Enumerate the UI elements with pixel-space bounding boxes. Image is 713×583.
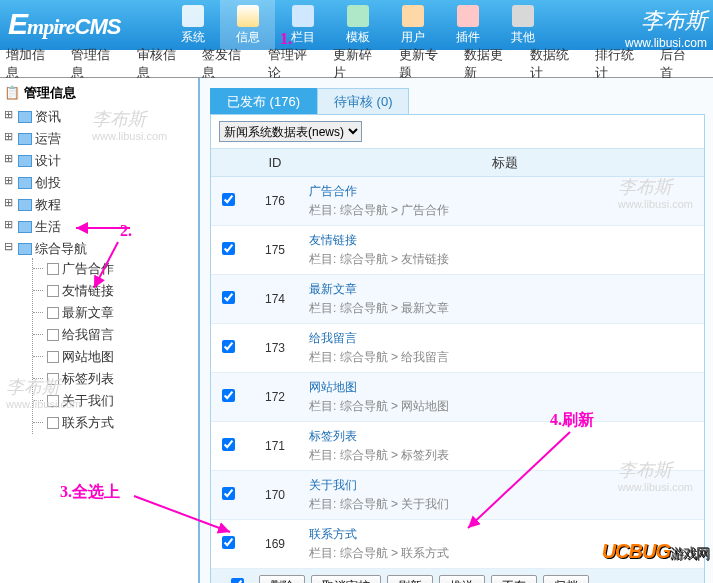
- row-title[interactable]: 给我留言: [309, 330, 704, 347]
- row-path: 栏目: 综合导航 > 网站地图: [309, 398, 704, 415]
- menubar: 增加信息 管理信息 审核信息 签发信息 管理评论 更新碎片 更新专题 数据更新 …: [0, 50, 713, 78]
- page-icon: [47, 351, 59, 363]
- page-icon: [47, 373, 59, 385]
- select-all-checkbox[interactable]: [231, 578, 244, 583]
- tree-node[interactable]: 运营: [4, 128, 194, 150]
- menu-update-topic[interactable]: 更新专题: [399, 46, 450, 82]
- tree-node[interactable]: 教程: [4, 194, 194, 216]
- table-row: 175友情链接栏目: 综合导航 > 友情链接: [211, 226, 704, 275]
- tree-node[interactable]: 创投: [4, 172, 194, 194]
- btn-push[interactable]: 推送: [439, 575, 485, 583]
- row-title[interactable]: 联系方式: [309, 526, 704, 543]
- row-title[interactable]: 广告合作: [309, 183, 704, 200]
- tree-leaf[interactable]: 关于我们: [33, 390, 194, 412]
- tree-node[interactable]: 设计: [4, 150, 194, 172]
- menu-backend-home[interactable]: 后台首: [660, 46, 699, 82]
- tree-node[interactable]: 综合导航广告合作友情链接最新文章给我留言网站地图标签列表关于我们联系方式: [4, 238, 194, 436]
- table-row: 173给我留言栏目: 综合导航 > 给我留言: [211, 324, 704, 373]
- topnav-other[interactable]: 其他: [495, 0, 550, 50]
- sidebar: 📋 管理信息 资讯运营设计创投教程生活综合导航广告合作友情链接最新文章给我留言网…: [0, 78, 200, 583]
- page-icon: [47, 395, 59, 407]
- tree-leaf[interactable]: 联系方式: [33, 412, 194, 434]
- tree-node[interactable]: 资讯: [4, 106, 194, 128]
- row-id: 173: [245, 341, 305, 355]
- folder-icon: [292, 5, 314, 27]
- tab-pending[interactable]: 待审核 (0): [317, 88, 410, 114]
- row-path: 栏目: 综合导航 > 广告合作: [309, 202, 704, 219]
- row-title[interactable]: 最新文章: [309, 281, 704, 298]
- template-icon: [347, 5, 369, 27]
- row-checkbox[interactable]: [222, 291, 235, 304]
- row-id: 171: [245, 439, 305, 453]
- row-checkbox[interactable]: [222, 389, 235, 402]
- btn-archive[interactable]: 归档: [543, 575, 589, 583]
- btn-delete[interactable]: 删除: [259, 575, 305, 583]
- menu-update-fragment[interactable]: 更新碎片: [333, 46, 384, 82]
- table-row: 174最新文章栏目: 综合导航 > 最新文章: [211, 275, 704, 324]
- menu-manage-comment[interactable]: 管理评论: [268, 46, 319, 82]
- sidebar-title: 📋 管理信息: [4, 84, 194, 102]
- tree-node[interactable]: 生活: [4, 216, 194, 238]
- row-id: 170: [245, 488, 305, 502]
- row-checkbox[interactable]: [222, 487, 235, 500]
- tree-leaf[interactable]: 网站地图: [33, 346, 194, 368]
- row-path: 栏目: 综合导航 > 关于我们: [309, 496, 704, 513]
- row-title[interactable]: 网站地图: [309, 379, 704, 396]
- row-title[interactable]: 标签列表: [309, 428, 704, 445]
- btn-unaudit[interactable]: 取消审核: [311, 575, 381, 583]
- topnav-column[interactable]: 栏目: [275, 0, 330, 50]
- tab-published[interactable]: 已发布 (176): [210, 88, 317, 114]
- folder-icon: [18, 243, 32, 255]
- row-checkbox[interactable]: [222, 340, 235, 353]
- table-row: 171标签列表栏目: 综合导航 > 标签列表: [211, 422, 704, 471]
- top-bar: EmpireCMS 系统 信息 栏目 模板 用户 插件 其他 李布斯www.li…: [0, 0, 713, 50]
- folder-icon: [18, 177, 32, 189]
- btn-nosave[interactable]: 不存: [491, 575, 537, 583]
- tree-leaf[interactable]: 友情链接: [33, 280, 194, 302]
- menu-add-info[interactable]: 增加信息: [6, 46, 57, 82]
- menu-sign-info[interactable]: 签发信息: [202, 46, 253, 82]
- menu-data-update[interactable]: 数据更新: [464, 46, 515, 82]
- row-path: 栏目: 综合导航 > 给我留言: [309, 349, 704, 366]
- table-row: 176广告合作栏目: 综合导航 > 广告合作: [211, 177, 704, 226]
- row-path: 栏目: 综合导航 > 标签列表: [309, 447, 704, 464]
- btn-refresh[interactable]: 刷新: [387, 575, 433, 583]
- user-icon: [402, 5, 424, 27]
- tree-leaf[interactable]: 给我留言: [33, 324, 194, 346]
- plugin-icon: [457, 5, 479, 27]
- page-icon: [47, 285, 59, 297]
- row-checkbox[interactable]: [222, 193, 235, 206]
- row-title[interactable]: 关于我们: [309, 477, 704, 494]
- menu-manage-info[interactable]: 管理信息: [71, 46, 122, 82]
- row-id: 174: [245, 292, 305, 306]
- folder-icon: [18, 133, 32, 145]
- topnav-template[interactable]: 模板: [330, 0, 385, 50]
- row-id: 175: [245, 243, 305, 257]
- row-checkbox[interactable]: [222, 438, 235, 451]
- th-id: ID: [245, 155, 305, 170]
- menu-rank-stats[interactable]: 排行统计: [595, 46, 646, 82]
- topnav-plugin[interactable]: 插件: [440, 0, 495, 50]
- topnav-system[interactable]: 系统: [165, 0, 220, 50]
- table-row: 172网站地图栏目: 综合导航 > 网站地图: [211, 373, 704, 422]
- page-icon: [47, 263, 59, 275]
- folder-icon: [18, 111, 32, 123]
- tree-leaf[interactable]: 广告合作: [33, 258, 194, 280]
- topnav-user[interactable]: 用户: [385, 0, 440, 50]
- table-row: 169联系方式栏目: 综合导航 > 联系方式: [211, 520, 704, 569]
- table-select[interactable]: 新闻系统数据表(news): [219, 121, 362, 142]
- row-id: 172: [245, 390, 305, 404]
- gear-icon: [512, 5, 534, 27]
- row-checkbox[interactable]: [222, 536, 235, 549]
- folder-icon: [18, 199, 32, 211]
- topnav-info[interactable]: 信息: [220, 0, 275, 50]
- tree-leaf[interactable]: 最新文章: [33, 302, 194, 324]
- menu-data-stats[interactable]: 数据统计: [530, 46, 581, 82]
- row-checkbox[interactable]: [222, 242, 235, 255]
- menu-audit-info[interactable]: 审核信息: [137, 46, 188, 82]
- table-row: 170关于我们栏目: 综合导航 > 关于我们: [211, 471, 704, 520]
- info-icon: [237, 5, 259, 27]
- row-title[interactable]: 友情链接: [309, 232, 704, 249]
- tree-leaf[interactable]: 标签列表: [33, 368, 194, 390]
- row-id: 176: [245, 194, 305, 208]
